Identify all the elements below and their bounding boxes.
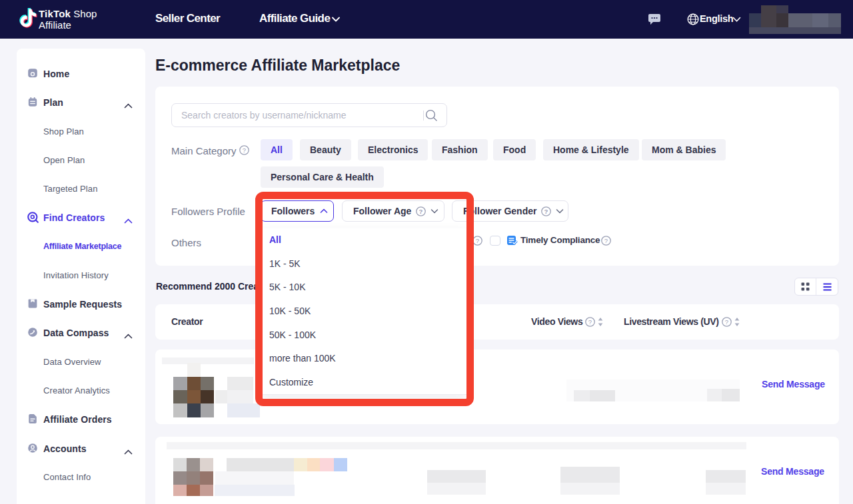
- svg-text:?: ?: [588, 318, 592, 326]
- svg-text:?: ?: [725, 318, 728, 326]
- svg-text:?: ?: [544, 207, 548, 214]
- svg-text:?: ?: [476, 237, 479, 244]
- svg-text:?: ?: [604, 237, 608, 244]
- svg-text:?: ?: [243, 146, 246, 154]
